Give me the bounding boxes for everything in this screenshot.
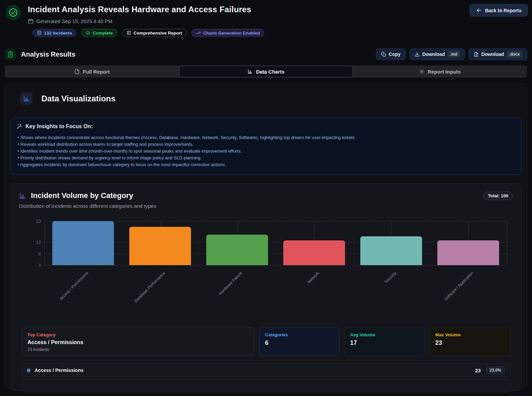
wand-icon bbox=[16, 124, 22, 130]
chart-plot: 061223Access / PermissionsDatabase Perfo… bbox=[44, 221, 507, 265]
category-count: 23 bbox=[475, 368, 481, 373]
status-complete-badge: Complete bbox=[81, 29, 117, 37]
back-to-reports-button[interactable]: Back to Reports bbox=[470, 4, 528, 17]
report-icon bbox=[127, 31, 131, 35]
check-circle-icon bbox=[86, 31, 90, 35]
chart-subtitle: Distribution of incidents across differe… bbox=[19, 203, 513, 209]
gridline-horizontal bbox=[44, 265, 507, 265]
x-axis-label: Hardware Failure bbox=[199, 271, 243, 315]
file-download-icon bbox=[474, 52, 479, 57]
stat-max-volume: Max Volume 23 bbox=[430, 328, 510, 356]
y-axis-tick: 23 bbox=[36, 219, 41, 224]
report-type-badge: Comprehensive Report bbox=[122, 29, 187, 37]
bar-hardware-failure[interactable] bbox=[206, 235, 268, 265]
data-visualizations-card: Data Visualizations Key Insights to Focu… bbox=[5, 83, 527, 388]
docx-ext-chip: .docx bbox=[507, 51, 522, 58]
calendar-icon bbox=[28, 18, 34, 24]
gear-icon bbox=[419, 69, 424, 74]
key-insights-panel: Key Insights to Focus On: Shows where in… bbox=[11, 118, 521, 175]
y-axis-tick: 12 bbox=[36, 240, 41, 245]
category-color-dot bbox=[27, 369, 31, 372]
download-md-button[interactable]: Download .md bbox=[410, 48, 465, 60]
copy-button[interactable]: Copy bbox=[376, 48, 406, 60]
y-axis-tick: 6 bbox=[39, 251, 41, 256]
incident-volume-chart-card: Incident Volume by Category Total: 100 D… bbox=[11, 183, 521, 391]
bar-database-performance[interactable] bbox=[129, 227, 191, 265]
insights-list: Shows where incidents concentrate across… bbox=[16, 134, 516, 168]
gridline-vertical bbox=[507, 221, 507, 265]
bar-chart-icon bbox=[19, 192, 26, 199]
generated-timestamp: Generated Sep 15, 2025 4:40 PM bbox=[28, 18, 527, 24]
insight-bullet: Priority distribution shows demand by ur… bbox=[16, 155, 516, 161]
category-row-next[interactable] bbox=[22, 379, 510, 393]
visualizations-title: Data Visualizations bbox=[41, 94, 115, 103]
check-circle-icon bbox=[8, 8, 18, 17]
page-header: Incident Analysis Reveals Hardware and A… bbox=[0, 0, 532, 41]
stat-top-category: Top Category Access / Permissions 23 inc… bbox=[22, 328, 254, 356]
arrow-left-icon bbox=[476, 7, 482, 13]
insight-bullet: Shows where incidents concentrate across… bbox=[16, 134, 516, 141]
insight-bullet: Reveals workload distribution across tea… bbox=[16, 141, 516, 148]
y-axis-tick: 0 bbox=[39, 263, 41, 268]
category-percent-badge: 23.0% bbox=[486, 367, 505, 374]
total-badge: Total: 100 bbox=[483, 192, 513, 200]
copy-icon bbox=[381, 52, 386, 57]
insight-bullet: Identifies incident trends over time (mo… bbox=[16, 148, 516, 155]
x-axis-label: Database Performance bbox=[122, 271, 166, 315]
bar-chart: 061223Access / PermissionsDatabase Perfo… bbox=[44, 221, 507, 312]
clipboard-check-icon bbox=[5, 49, 16, 60]
results-bar: Analysis Results Copy Download .md Downl… bbox=[5, 48, 527, 60]
tab-full-report[interactable]: Full Report bbox=[5, 66, 179, 77]
bar-security[interactable] bbox=[360, 236, 422, 265]
incidents-count-badge: 132 Incidents bbox=[33, 29, 76, 37]
x-axis-label: Security bbox=[353, 271, 397, 315]
x-axis-label: Network bbox=[276, 271, 320, 315]
insight-bullet: Aggregates incidents by dominant failure… bbox=[16, 161, 516, 168]
x-axis-label: Access / Permissions bbox=[45, 271, 89, 315]
document-icon bbox=[74, 69, 80, 74]
stats-grid: Top Category Access / Permissions 23 inc… bbox=[19, 328, 513, 356]
bar-chart-icon bbox=[20, 92, 33, 105]
download-docx-button[interactable]: Download .docx bbox=[469, 48, 527, 60]
bar-access-permissions[interactable] bbox=[52, 221, 114, 265]
bar-network[interactable] bbox=[283, 240, 345, 265]
md-ext-chip: .md bbox=[448, 51, 459, 58]
bar-software-application[interactable] bbox=[437, 240, 499, 265]
page-title: Incident Analysis Reveals Hardware and A… bbox=[28, 5, 527, 14]
gridline-vertical bbox=[44, 221, 45, 265]
x-axis-label: Software / Application bbox=[430, 271, 474, 315]
stat-categories: Categories 6 bbox=[259, 328, 340, 356]
trend-icon bbox=[196, 31, 201, 36]
report-status-icon bbox=[5, 5, 21, 20]
stat-avg-volume: Avg Volume 17 bbox=[344, 328, 425, 356]
insights-title: Key Insights to Focus On: bbox=[25, 123, 93, 130]
bar-chart-icon bbox=[247, 69, 253, 74]
generated-label: Generated Sep 15, 2025 4:40 PM bbox=[36, 18, 112, 24]
download-icon bbox=[415, 52, 420, 57]
database-icon bbox=[37, 31, 42, 35]
tab-report-inputs[interactable]: Report Inputs bbox=[353, 66, 527, 77]
category-rows: Access / Permissions 23 23.0% bbox=[19, 363, 513, 393]
chart-title: Incident Volume by Category bbox=[31, 191, 133, 200]
category-row-access-permissions[interactable]: Access / Permissions 23 23.0% bbox=[22, 363, 510, 377]
tab-bar: Full Report Data Charts Report Inputs bbox=[5, 65, 527, 78]
charts-enabled-badge: Charts Generation Enabled bbox=[191, 29, 265, 37]
results-title: Analysis Results bbox=[21, 51, 75, 58]
tab-data-charts[interactable]: Data Charts bbox=[179, 66, 353, 77]
gridline-horizontal bbox=[44, 221, 507, 221]
